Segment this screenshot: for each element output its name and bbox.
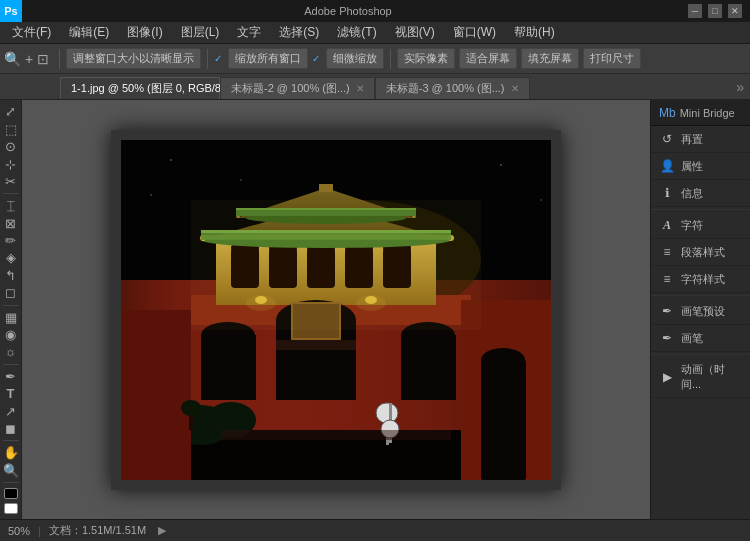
quick-selection-tool[interactable]: ⊹ <box>1 156 21 171</box>
window-title: Adobe Photoshop <box>8 5 688 17</box>
doc-info-label: 文档：1.51M/1.51M <box>49 523 146 538</box>
pen-tool[interactable]: ✒ <box>1 368 21 383</box>
background-color-swatch[interactable] <box>4 503 18 514</box>
svg-point-63 <box>240 179 242 181</box>
left-toolbar: ⤢ ⬚ ⊙ ⊹ ✂ ⌶ ⊠ ✏ ◈ ↰ ◻ ▦ ◉ ☼ ✒ T ↗ ◼ ✋ 🔍 <box>0 100 22 519</box>
zoom-fit-btn[interactable]: 细微缩放 <box>326 48 384 69</box>
panel-item-brush-label: 画笔 <box>681 331 703 346</box>
toolbar: 🔍 + ⊡ 调整窗口大小以清晰显示 ✓ 缩放所有窗口 ✓ 细微缩放 实际像素 适… <box>0 44 750 74</box>
right-panel: Mb Mini Bridge ↺ 再置 👤 属性 ℹ 信息 A 字符 ≡ 段落样… <box>650 100 750 519</box>
eyedropper-tool[interactable]: ⌶ <box>1 198 21 213</box>
svg-point-66 <box>150 194 152 196</box>
crop-tool[interactable]: ✂ <box>1 174 21 189</box>
panel-item-brush[interactable]: ✒ 画笔 <box>651 325 750 352</box>
print-size-btn[interactable]: 打印尺寸 <box>583 48 641 69</box>
menu-filter[interactable]: 滤镜(T) <box>329 22 384 43</box>
tab-overflow-arrow[interactable]: » <box>730 79 750 95</box>
panel-item-paragraph-style-label: 段落样式 <box>681 245 725 260</box>
fit-screen-btn[interactable]: 适合屏幕 <box>459 48 517 69</box>
panel-item-revert[interactable]: ↺ 再置 <box>651 126 750 153</box>
dodge-tool[interactable]: ☼ <box>1 344 21 359</box>
zoom-out-icon[interactable]: 🔍 <box>4 51 21 67</box>
menu-edit[interactable]: 编辑(E) <box>61 22 117 43</box>
panel-item-paragraph-style[interactable]: ≡ 段落样式 <box>651 239 750 266</box>
attributes-icon: 👤 <box>659 158 675 174</box>
menu-view[interactable]: 视图(V) <box>387 22 443 43</box>
svg-rect-57 <box>121 310 191 480</box>
zoom-in-icon[interactable]: + <box>25 51 33 67</box>
status-arrow-btn[interactable]: ▶ <box>158 524 166 537</box>
hand-tool[interactable]: ✋ <box>1 445 21 460</box>
zoom-standard-icon[interactable]: ⊡ <box>37 51 49 67</box>
resize-window-btn[interactable]: 调整窗口大小以清晰显示 <box>66 48 201 69</box>
tool-separator-5 <box>3 482 19 483</box>
panel-separator-2 <box>651 295 750 296</box>
close-button[interactable]: ✕ <box>728 4 742 18</box>
info-icon: ℹ <box>659 185 675 201</box>
clone-stamp-tool[interactable]: ◈ <box>1 250 21 265</box>
svg-rect-51 <box>481 360 526 480</box>
zoom-tool[interactable]: 🔍 <box>1 462 21 477</box>
title-bar: Ps Adobe Photoshop ─ □ ✕ <box>0 0 750 22</box>
actual-pixels-btn[interactable]: 实际像素 <box>397 48 455 69</box>
panel-item-brush-preset-label: 画笔预设 <box>681 304 725 319</box>
fit-all-btn[interactable]: 缩放所有窗口 <box>228 48 308 69</box>
rectangular-marquee-tool[interactable]: ⬚ <box>1 121 21 136</box>
tab-bar: 1-1.jpg @ 50% (图层 0, RGB/8) * ✕ 未标题-2 @ … <box>0 74 750 100</box>
menu-help[interactable]: 帮助(H) <box>506 22 563 43</box>
panel-item-animation[interactable]: ▶ 动画（时间... <box>651 357 750 398</box>
panel-item-info[interactable]: ℹ 信息 <box>651 180 750 207</box>
brush-tool[interactable]: ✏ <box>1 233 21 248</box>
panel-item-animation-label: 动画（时间... <box>681 362 742 392</box>
menu-select[interactable]: 选择(S) <box>271 22 327 43</box>
eraser-tool[interactable]: ◻ <box>1 285 21 300</box>
svg-rect-58 <box>191 200 481 330</box>
toolbar-separator-2 <box>207 49 208 69</box>
menu-bar: 文件(F) 编辑(E) 图像(I) 图层(L) 文字 选择(S) 滤镜(T) 视… <box>0 22 750 44</box>
menu-image[interactable]: 图像(I) <box>119 22 170 43</box>
svg-rect-43 <box>276 340 356 350</box>
panel-item-info-label: 信息 <box>681 186 703 201</box>
svg-point-62 <box>170 159 172 161</box>
gradient-tool[interactable]: ▦ <box>1 309 21 324</box>
panel-item-attributes-label: 属性 <box>681 159 703 174</box>
fill-screen-btn[interactable]: 填充屏幕 <box>521 48 579 69</box>
animation-icon: ▶ <box>659 369 675 385</box>
maximize-button[interactable]: □ <box>708 4 722 18</box>
main-area: ⤢ ⬚ ⊙ ⊹ ✂ ⌶ ⊠ ✏ ◈ ↰ ◻ ▦ ◉ ☼ ✒ T ↗ ◼ ✋ 🔍 <box>0 100 750 519</box>
panel-header: Mb Mini Bridge <box>651 100 750 126</box>
minimize-button[interactable]: ─ <box>688 4 702 18</box>
menu-window[interactable]: 窗口(W) <box>445 22 504 43</box>
type-tool[interactable]: T <box>1 386 21 401</box>
tab-1-label: 1-1.jpg @ 50% (图层 0, RGB/8) * <box>71 81 232 96</box>
panel-item-character[interactable]: A 字符 <box>651 212 750 239</box>
tab-3[interactable]: 未标题-3 @ 100% (图...) ✕ <box>375 77 530 99</box>
panel-item-attributes[interactable]: 👤 属性 <box>651 153 750 180</box>
svg-rect-26 <box>319 184 333 192</box>
character-style-icon: ≡ <box>659 271 675 287</box>
panel-item-brush-preset[interactable]: ✒ 画笔预设 <box>651 298 750 325</box>
tab-2-close[interactable]: ✕ <box>356 83 364 94</box>
lasso-tool[interactable]: ⊙ <box>1 139 21 154</box>
tab-2[interactable]: 未标题-2 @ 100% (图...) ✕ <box>220 77 375 99</box>
tab-3-close[interactable]: ✕ <box>511 83 519 94</box>
panel-item-character-style[interactable]: ≡ 字符样式 <box>651 266 750 293</box>
foreground-color-swatch[interactable] <box>4 488 18 499</box>
move-tool[interactable]: ⤢ <box>1 104 21 119</box>
menu-layer[interactable]: 图层(L) <box>173 22 228 43</box>
toolbar-separator-1 <box>59 49 60 69</box>
window-controls: ─ □ ✕ <box>688 4 742 18</box>
tab-1[interactable]: 1-1.jpg @ 50% (图层 0, RGB/8) * ✕ <box>60 77 220 99</box>
shape-tool[interactable]: ◼ <box>1 421 21 436</box>
spot-healing-tool[interactable]: ⊠ <box>1 215 21 230</box>
ps-logo: Ps <box>0 0 22 22</box>
svg-rect-59 <box>221 430 451 440</box>
tab-2-label: 未标题-2 @ 100% (图...) <box>231 81 350 96</box>
tool-separator-3 <box>3 364 19 365</box>
menu-file[interactable]: 文件(F) <box>4 22 59 43</box>
menu-text[interactable]: 文字 <box>229 22 269 43</box>
history-brush-tool[interactable]: ↰ <box>1 268 21 283</box>
path-selection-tool[interactable]: ↗ <box>1 403 21 418</box>
zoom-level: 50% <box>8 525 30 537</box>
blur-tool[interactable]: ◉ <box>1 327 21 342</box>
